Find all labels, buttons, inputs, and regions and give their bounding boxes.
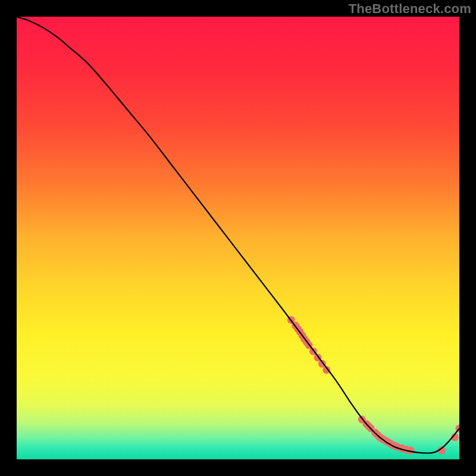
watermark-text: TheBottleneck.com xyxy=(349,1,471,17)
chart-container: TheBottleneck.com xyxy=(0,0,476,476)
gradient-background xyxy=(17,17,459,459)
plot-area xyxy=(17,17,459,459)
chart-svg xyxy=(17,17,459,459)
